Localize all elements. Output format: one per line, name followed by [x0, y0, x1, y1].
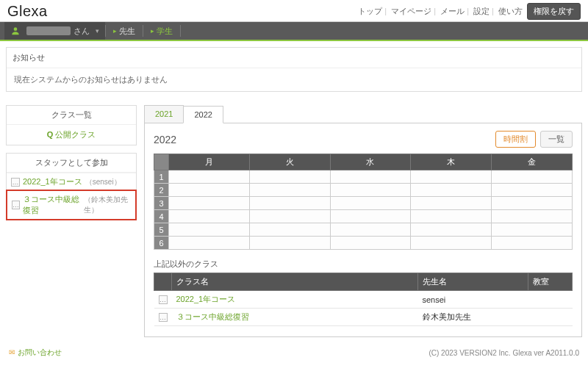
period-num: 2 — [154, 184, 169, 197]
staff-class-teacher: （鈴木美加先生） — [84, 195, 131, 215]
staff-class-label[interactable]: ３コース中級総復習 — [23, 194, 81, 216]
year-panel: 2022 時間割 一覧 月 火 水 木 金 1 2 3 4 — [144, 123, 582, 337]
staff-class-label[interactable]: 2022_1年コース — [23, 176, 82, 187]
tree-toggle-icon[interactable]: … — [11, 178, 20, 187]
timetable-cell[interactable] — [249, 184, 330, 197]
timetable-cell[interactable] — [492, 237, 573, 250]
search-icon: Q — [47, 130, 56, 139]
timetable-cell[interactable] — [169, 197, 250, 210]
timetable-cell[interactable] — [330, 184, 411, 197]
timetable-cell[interactable] — [169, 184, 250, 197]
class-list-panel: クラス一覧 Q 公開クラス — [6, 105, 137, 145]
day-header-wed: 水 — [330, 154, 411, 170]
timetable-corner — [154, 154, 169, 170]
timetable-cell[interactable] — [169, 210, 250, 223]
other-classes-header: 上記以外のクラス — [154, 259, 573, 270]
period-num: 4 — [154, 210, 169, 223]
timetable-cell[interactable] — [330, 197, 411, 210]
staff-panel: スタッフとして参加 … 2022_1年コース （sensei） … ３コース中級… — [6, 153, 137, 220]
day-header-tue: 火 — [249, 154, 330, 170]
return-privilege-button[interactable]: 権限を戻す — [527, 3, 581, 20]
other-col-classname: クラス名 — [172, 273, 418, 291]
other-class-room — [528, 291, 573, 309]
username-redacted — [26, 26, 71, 35]
tree-toggle-icon[interactable]: … — [159, 295, 168, 304]
contact-link[interactable]: ✉お問い合わせ — [9, 347, 62, 358]
sidebar: クラス一覧 Q 公開クラス スタッフとして参加 … 2022_1年コース （se… — [6, 105, 137, 337]
timetable-cell[interactable] — [411, 184, 492, 197]
timetable-row: 1 — [154, 170, 573, 184]
other-class-row: … 2022_1年コース sensei — [154, 291, 573, 309]
timetable-button[interactable]: 時間割 — [495, 131, 536, 148]
timetable-cell[interactable] — [492, 210, 573, 223]
notice-title: お知らせ — [7, 48, 581, 68]
list-button[interactable]: 一覧 — [540, 131, 573, 148]
timetable-cell[interactable] — [249, 170, 330, 184]
timetable-cell[interactable] — [411, 197, 492, 210]
timetable-row: 3 — [154, 197, 573, 210]
timetable-cell[interactable] — [411, 237, 492, 250]
link-mypage[interactable]: マイページ — [391, 7, 431, 15]
timetable-cell[interactable] — [411, 210, 492, 223]
timetable-cell[interactable] — [249, 237, 330, 250]
year-title: 2022 — [154, 134, 176, 145]
public-class-link[interactable]: Q 公開クラス — [47, 130, 96, 139]
user-suffix: さん — [74, 26, 90, 37]
timetable-row: 4 — [154, 210, 573, 223]
nav-teacher[interactable]: ▸先生 — [106, 22, 143, 40]
timetable-cell[interactable] — [249, 210, 330, 223]
tree-toggle-icon[interactable]: … — [159, 313, 168, 322]
footer: ✉お問い合わせ (C) 2023 VERSION2 Inc. Glexa ver… — [0, 343, 588, 368]
other-col-room: 教室 — [528, 273, 573, 291]
logo: Glexa — [7, 3, 48, 20]
period-num: 5 — [154, 223, 169, 237]
top-bar: Glexa トップ| マイページ| メール| 設定| 使い方 権限を戻す — [0, 0, 588, 22]
timetable-row: 5 — [154, 223, 573, 237]
staff-class-row-0[interactable]: … 2022_1年コース （sensei） — [7, 173, 136, 190]
tab-2022[interactable]: 2022 — [183, 106, 223, 123]
timetable-cell[interactable] — [169, 170, 250, 184]
notice-panel: お知らせ 現在システムからのお知らせはありません — [6, 47, 582, 92]
timetable-cell[interactable] — [249, 197, 330, 210]
period-num: 3 — [154, 197, 169, 210]
timetable-cell[interactable] — [411, 170, 492, 184]
timetable-cell[interactable] — [169, 223, 250, 237]
staff-class-row-1[interactable]: … ３コース中級総復習 （鈴木美加先生） — [6, 190, 137, 220]
class-list-header: クラス一覧 — [7, 106, 136, 125]
timetable-cell[interactable] — [492, 184, 573, 197]
timetable: 月 火 水 木 金 1 2 3 4 5 6 — [154, 154, 573, 250]
timetable-cell[interactable] — [169, 237, 250, 250]
chevron-down-icon: ▾ — [96, 27, 99, 35]
period-num: 6 — [154, 237, 169, 250]
other-class-room — [528, 309, 573, 326]
timetable-cell[interactable] — [411, 223, 492, 237]
timetable-cell[interactable] — [492, 223, 573, 237]
staff-class-teacher: （sensei） — [85, 177, 121, 187]
link-mail[interactable]: メール — [440, 7, 465, 15]
timetable-cell[interactable] — [330, 223, 411, 237]
other-class-link[interactable]: ３コース中級総復習 — [176, 312, 249, 321]
timetable-cell[interactable] — [330, 170, 411, 184]
svg-point-0 — [14, 27, 18, 31]
link-top[interactable]: トップ — [358, 7, 382, 15]
tab-2021[interactable]: 2021 — [144, 105, 184, 123]
top-links: トップ| マイページ| メール| 設定| 使い方 — [358, 6, 523, 17]
timetable-cell[interactable] — [330, 210, 411, 223]
timetable-cell[interactable] — [492, 197, 573, 210]
timetable-cell[interactable] — [330, 237, 411, 250]
other-classes-table: クラス名 先生名 教室 … 2022_1年コース sensei … ３コース中級… — [154, 273, 573, 326]
nav-student[interactable]: ▸学生 — [143, 22, 180, 40]
timetable-row: 2 — [154, 184, 573, 197]
link-settings[interactable]: 設定 — [473, 7, 490, 15]
day-header-fri: 金 — [492, 154, 573, 170]
user-block[interactable]: さん ▾ — [4, 22, 105, 40]
notice-body: 現在システムからのお知らせはありません — [7, 68, 581, 91]
other-class-link[interactable]: 2022_1年コース — [176, 295, 236, 303]
top-right: トップ| マイページ| メール| 設定| 使い方 権限を戻す — [358, 3, 581, 20]
timetable-cell[interactable] — [492, 170, 573, 184]
other-class-teacher: 鈴木美加先生 — [418, 309, 528, 326]
copyright: (C) 2023 VERSION2 Inc. Glexa ver A2011.0… — [429, 349, 579, 357]
link-howto[interactable]: 使い方 — [498, 7, 523, 15]
tree-toggle-icon[interactable]: … — [12, 201, 20, 209]
timetable-cell[interactable] — [249, 223, 330, 237]
